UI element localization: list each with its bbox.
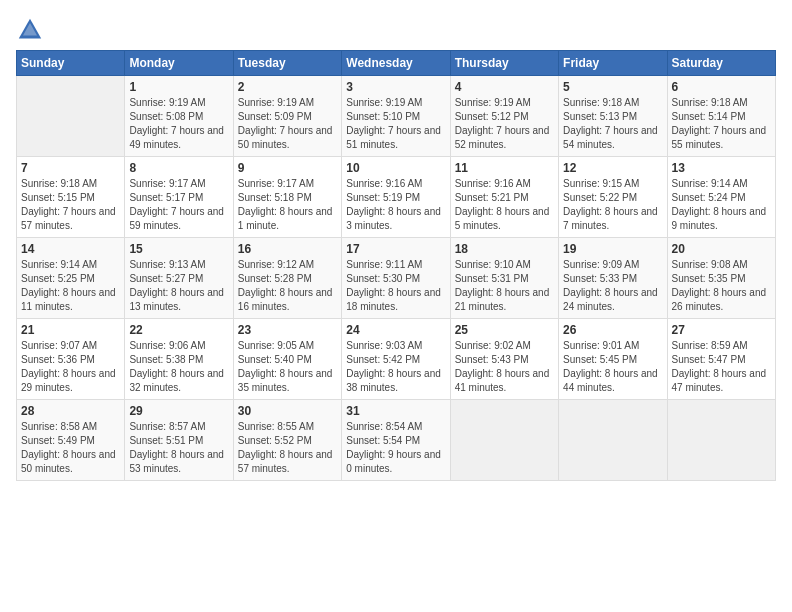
weekday-header-monday: Monday: [125, 51, 233, 76]
day-cell: 31Sunrise: 8:54 AMSunset: 5:54 PMDayligh…: [342, 400, 450, 481]
day-cell: 5Sunrise: 9:18 AMSunset: 5:13 PMDaylight…: [559, 76, 667, 157]
day-info: Sunrise: 9:16 AMSunset: 5:21 PMDaylight:…: [455, 177, 554, 233]
day-number: 18: [455, 242, 554, 256]
day-number: 3: [346, 80, 445, 94]
day-cell: 17Sunrise: 9:11 AMSunset: 5:30 PMDayligh…: [342, 238, 450, 319]
day-number: 25: [455, 323, 554, 337]
day-cell: 28Sunrise: 8:58 AMSunset: 5:49 PMDayligh…: [17, 400, 125, 481]
day-info: Sunrise: 9:16 AMSunset: 5:19 PMDaylight:…: [346, 177, 445, 233]
day-cell: 19Sunrise: 9:09 AMSunset: 5:33 PMDayligh…: [559, 238, 667, 319]
day-info: Sunrise: 9:18 AMSunset: 5:15 PMDaylight:…: [21, 177, 120, 233]
day-cell: 16Sunrise: 9:12 AMSunset: 5:28 PMDayligh…: [233, 238, 341, 319]
day-info: Sunrise: 9:10 AMSunset: 5:31 PMDaylight:…: [455, 258, 554, 314]
weekday-header-tuesday: Tuesday: [233, 51, 341, 76]
day-cell: 13Sunrise: 9:14 AMSunset: 5:24 PMDayligh…: [667, 157, 775, 238]
day-cell: 2Sunrise: 9:19 AMSunset: 5:09 PMDaylight…: [233, 76, 341, 157]
day-info: Sunrise: 9:11 AMSunset: 5:30 PMDaylight:…: [346, 258, 445, 314]
day-number: 17: [346, 242, 445, 256]
day-info: Sunrise: 9:05 AMSunset: 5:40 PMDaylight:…: [238, 339, 337, 395]
day-info: Sunrise: 9:15 AMSunset: 5:22 PMDaylight:…: [563, 177, 662, 233]
main-container: SundayMondayTuesdayWednesdayThursdayFrid…: [0, 0, 792, 489]
day-number: 24: [346, 323, 445, 337]
day-info: Sunrise: 8:58 AMSunset: 5:49 PMDaylight:…: [21, 420, 120, 476]
week-row-5: 28Sunrise: 8:58 AMSunset: 5:49 PMDayligh…: [17, 400, 776, 481]
day-number: 10: [346, 161, 445, 175]
day-info: Sunrise: 9:07 AMSunset: 5:36 PMDaylight:…: [21, 339, 120, 395]
day-info: Sunrise: 9:17 AMSunset: 5:17 PMDaylight:…: [129, 177, 228, 233]
day-cell: 3Sunrise: 9:19 AMSunset: 5:10 PMDaylight…: [342, 76, 450, 157]
day-number: 28: [21, 404, 120, 418]
day-number: 20: [672, 242, 771, 256]
day-cell: 26Sunrise: 9:01 AMSunset: 5:45 PMDayligh…: [559, 319, 667, 400]
day-number: 2: [238, 80, 337, 94]
day-cell: 24Sunrise: 9:03 AMSunset: 5:42 PMDayligh…: [342, 319, 450, 400]
day-cell: 21Sunrise: 9:07 AMSunset: 5:36 PMDayligh…: [17, 319, 125, 400]
day-number: 30: [238, 404, 337, 418]
day-cell: 29Sunrise: 8:57 AMSunset: 5:51 PMDayligh…: [125, 400, 233, 481]
day-info: Sunrise: 9:14 AMSunset: 5:25 PMDaylight:…: [21, 258, 120, 314]
day-info: Sunrise: 9:09 AMSunset: 5:33 PMDaylight:…: [563, 258, 662, 314]
day-cell: [17, 76, 125, 157]
week-row-1: 1Sunrise: 9:19 AMSunset: 5:08 PMDaylight…: [17, 76, 776, 157]
day-number: 12: [563, 161, 662, 175]
day-cell: 7Sunrise: 9:18 AMSunset: 5:15 PMDaylight…: [17, 157, 125, 238]
day-number: 5: [563, 80, 662, 94]
week-row-4: 21Sunrise: 9:07 AMSunset: 5:36 PMDayligh…: [17, 319, 776, 400]
day-number: 13: [672, 161, 771, 175]
day-info: Sunrise: 9:17 AMSunset: 5:18 PMDaylight:…: [238, 177, 337, 233]
day-info: Sunrise: 9:02 AMSunset: 5:43 PMDaylight:…: [455, 339, 554, 395]
day-info: Sunrise: 9:06 AMSunset: 5:38 PMDaylight:…: [129, 339, 228, 395]
day-cell: [667, 400, 775, 481]
day-cell: 12Sunrise: 9:15 AMSunset: 5:22 PMDayligh…: [559, 157, 667, 238]
day-number: 16: [238, 242, 337, 256]
day-number: 21: [21, 323, 120, 337]
day-info: Sunrise: 8:57 AMSunset: 5:51 PMDaylight:…: [129, 420, 228, 476]
logo-icon: [16, 16, 44, 44]
day-info: Sunrise: 8:54 AMSunset: 5:54 PMDaylight:…: [346, 420, 445, 476]
day-cell: 20Sunrise: 9:08 AMSunset: 5:35 PMDayligh…: [667, 238, 775, 319]
day-info: Sunrise: 9:18 AMSunset: 5:13 PMDaylight:…: [563, 96, 662, 152]
header: [16, 16, 776, 44]
day-info: Sunrise: 9:19 AMSunset: 5:10 PMDaylight:…: [346, 96, 445, 152]
week-row-3: 14Sunrise: 9:14 AMSunset: 5:25 PMDayligh…: [17, 238, 776, 319]
day-number: 27: [672, 323, 771, 337]
day-number: 7: [21, 161, 120, 175]
day-cell: 23Sunrise: 9:05 AMSunset: 5:40 PMDayligh…: [233, 319, 341, 400]
day-cell: 25Sunrise: 9:02 AMSunset: 5:43 PMDayligh…: [450, 319, 558, 400]
day-number: 14: [21, 242, 120, 256]
day-cell: [450, 400, 558, 481]
day-number: 4: [455, 80, 554, 94]
day-info: Sunrise: 9:13 AMSunset: 5:27 PMDaylight:…: [129, 258, 228, 314]
day-cell: 8Sunrise: 9:17 AMSunset: 5:17 PMDaylight…: [125, 157, 233, 238]
day-number: 19: [563, 242, 662, 256]
day-cell: 9Sunrise: 9:17 AMSunset: 5:18 PMDaylight…: [233, 157, 341, 238]
day-number: 1: [129, 80, 228, 94]
day-number: 8: [129, 161, 228, 175]
day-info: Sunrise: 9:19 AMSunset: 5:09 PMDaylight:…: [238, 96, 337, 152]
day-cell: 18Sunrise: 9:10 AMSunset: 5:31 PMDayligh…: [450, 238, 558, 319]
day-number: 11: [455, 161, 554, 175]
weekday-header-row: SundayMondayTuesdayWednesdayThursdayFrid…: [17, 51, 776, 76]
day-cell: 30Sunrise: 8:55 AMSunset: 5:52 PMDayligh…: [233, 400, 341, 481]
day-info: Sunrise: 8:59 AMSunset: 5:47 PMDaylight:…: [672, 339, 771, 395]
day-cell: 10Sunrise: 9:16 AMSunset: 5:19 PMDayligh…: [342, 157, 450, 238]
day-info: Sunrise: 8:55 AMSunset: 5:52 PMDaylight:…: [238, 420, 337, 476]
day-number: 29: [129, 404, 228, 418]
day-number: 6: [672, 80, 771, 94]
day-number: 31: [346, 404, 445, 418]
day-number: 22: [129, 323, 228, 337]
day-info: Sunrise: 9:03 AMSunset: 5:42 PMDaylight:…: [346, 339, 445, 395]
day-cell: 22Sunrise: 9:06 AMSunset: 5:38 PMDayligh…: [125, 319, 233, 400]
day-cell: 6Sunrise: 9:18 AMSunset: 5:14 PMDaylight…: [667, 76, 775, 157]
day-number: 9: [238, 161, 337, 175]
week-row-2: 7Sunrise: 9:18 AMSunset: 5:15 PMDaylight…: [17, 157, 776, 238]
day-number: 26: [563, 323, 662, 337]
day-info: Sunrise: 9:14 AMSunset: 5:24 PMDaylight:…: [672, 177, 771, 233]
day-info: Sunrise: 9:08 AMSunset: 5:35 PMDaylight:…: [672, 258, 771, 314]
day-info: Sunrise: 9:18 AMSunset: 5:14 PMDaylight:…: [672, 96, 771, 152]
day-info: Sunrise: 9:19 AMSunset: 5:08 PMDaylight:…: [129, 96, 228, 152]
day-cell: 1Sunrise: 9:19 AMSunset: 5:08 PMDaylight…: [125, 76, 233, 157]
day-info: Sunrise: 9:12 AMSunset: 5:28 PMDaylight:…: [238, 258, 337, 314]
day-number: 23: [238, 323, 337, 337]
day-cell: 11Sunrise: 9:16 AMSunset: 5:21 PMDayligh…: [450, 157, 558, 238]
